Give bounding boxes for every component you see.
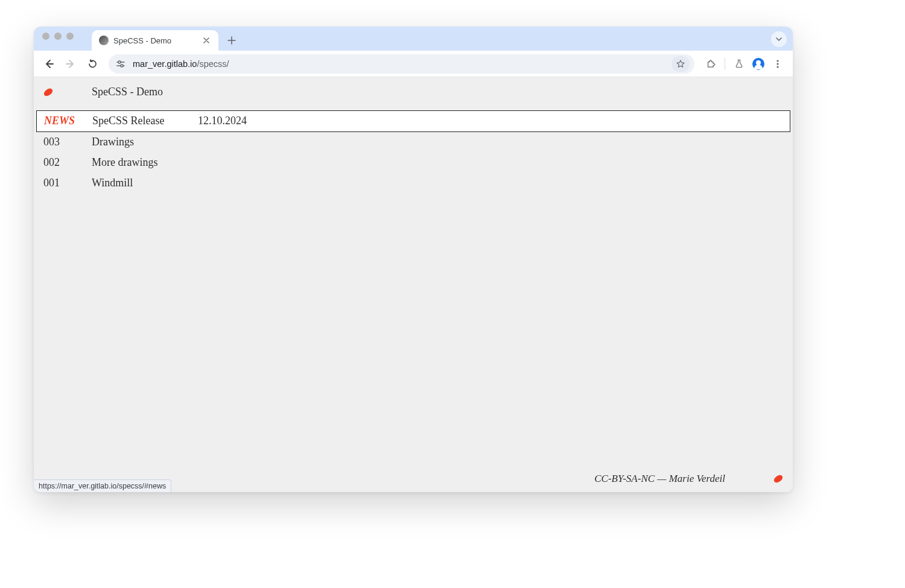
svg-point-2	[776, 60, 778, 62]
site-info-button[interactable]	[115, 58, 127, 70]
entry-id: 002	[43, 154, 92, 171]
profile-avatar-icon	[752, 58, 764, 70]
entry-title: Windmill	[92, 175, 197, 192]
svg-point-0	[118, 61, 121, 63]
browser-window: SpeCSS - Demo	[34, 27, 793, 492]
window-minimize-button[interactable]	[54, 33, 62, 40]
tab-title: SpeCSS - Demo	[113, 36, 197, 45]
toolbar-divider	[725, 58, 725, 70]
page-header: SpeCSS - Demo	[34, 77, 793, 110]
entry-id: 003	[43, 134, 92, 151]
star-icon	[676, 59, 685, 69]
page-footer: CC-BY-SA-NC — Marie Verdeil	[594, 473, 783, 485]
favicon-icon	[99, 36, 109, 45]
svg-point-3	[776, 63, 778, 65]
puzzle-icon	[706, 58, 716, 69]
list-item-news[interactable]: NEWS SpeCSS Release 12.10.2024	[36, 110, 790, 132]
extensions-button[interactable]	[702, 55, 720, 73]
window-close-button[interactable]	[42, 33, 49, 40]
entry-id-news: NEWS	[44, 113, 92, 130]
bookmark-button[interactable]	[672, 56, 690, 72]
reload-icon	[87, 58, 98, 69]
arrow-left-icon	[43, 58, 54, 69]
url-domain: mar_ver.gitlab.io	[133, 59, 197, 69]
toolbar-actions	[702, 55, 787, 73]
toolbar: mar_ver.gitlab.io/specss/	[34, 51, 793, 77]
entry-title: More drawings	[92, 154, 197, 171]
status-bar: https://mar_ver.gitlab.io/specss/#news	[34, 479, 171, 492]
labs-button[interactable]	[730, 55, 748, 73]
plus-icon	[227, 36, 236, 45]
profile-button[interactable]	[749, 55, 767, 73]
logo-seed-icon	[43, 87, 54, 97]
svg-point-1	[121, 65, 123, 67]
entry-date: 12.10.2024	[198, 113, 247, 130]
entries-list: NEWS SpeCSS Release 12.10.2024 003 Drawi…	[34, 110, 793, 194]
reload-button[interactable]	[83, 55, 101, 73]
list-item[interactable]: 003 Drawings	[34, 132, 793, 153]
chevron-down-icon	[775, 36, 783, 43]
menu-button[interactable]	[769, 55, 787, 73]
window-controls	[42, 27, 92, 51]
back-button[interactable]	[40, 55, 58, 73]
tab-close-button[interactable]	[202, 36, 211, 45]
page-title: SpeCSS - Demo	[92, 86, 163, 98]
list-item[interactable]: 001 Windmill	[34, 173, 793, 194]
footer-text: CC-BY-SA-NC — Marie Verdeil	[594, 473, 725, 485]
kebab-icon	[773, 59, 783, 69]
tabstrip: SpeCSS - Demo	[34, 27, 793, 51]
url-path: /specss/	[197, 59, 229, 69]
footer-seed-icon	[773, 473, 784, 484]
page-viewport: SpeCSS - Demo NEWS SpeCSS Release 12.10.…	[34, 77, 793, 492]
tune-icon	[116, 59, 125, 69]
status-bar-url: https://mar_ver.gitlab.io/specss/#news	[39, 482, 166, 490]
entry-title: Drawings	[92, 134, 197, 151]
tab-search-button[interactable]	[771, 31, 787, 47]
flask-icon	[734, 58, 744, 69]
entry-title: SpeCSS Release	[92, 113, 198, 130]
close-icon	[203, 37, 209, 43]
svg-point-4	[776, 66, 778, 68]
window-zoom-button[interactable]	[66, 33, 74, 40]
new-tab-button[interactable]	[223, 32, 240, 49]
browser-tab[interactable]: SpeCSS - Demo	[92, 30, 218, 51]
url-text: mar_ver.gitlab.io/specss/	[133, 59, 665, 69]
forward-button[interactable]	[62, 55, 80, 73]
entry-id: 001	[43, 175, 92, 192]
list-item[interactable]: 002 More drawings	[34, 153, 793, 173]
arrow-right-icon	[65, 58, 76, 69]
address-bar[interactable]: mar_ver.gitlab.io/specss/	[109, 54, 694, 74]
